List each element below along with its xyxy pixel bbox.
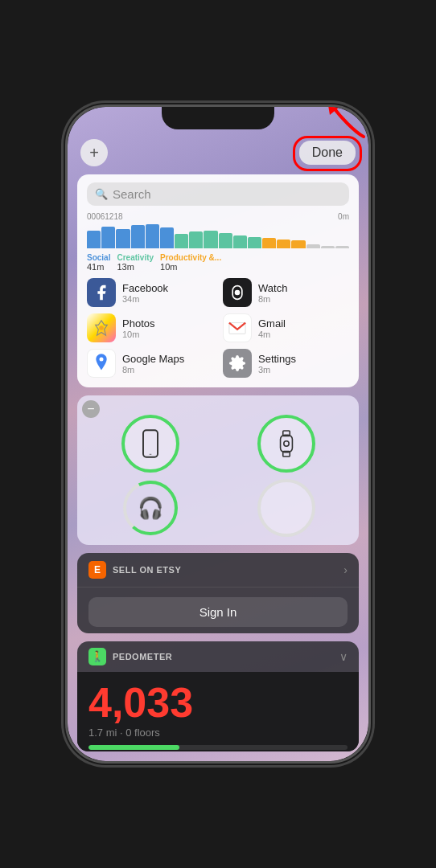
settings-name: Settings (258, 353, 296, 365)
bar-social-3 (116, 229, 130, 248)
facebook-info: Facebook 34m (122, 282, 168, 304)
cat-productivity-name: Productivity &... (160, 253, 221, 262)
settings-icon (223, 349, 252, 378)
device-grid: 🎧 (85, 403, 351, 537)
photos-name: Photos (122, 317, 154, 330)
cat-creativity: Creativity 13m (117, 253, 154, 272)
bar-other-3 (335, 246, 349, 248)
devices-widget: − (77, 395, 359, 545)
done-area: Done (299, 141, 356, 165)
chart-label-06: 06 (96, 212, 105, 221)
bar-social-6 (160, 227, 174, 248)
etsy-label: SELL ON ETSY (113, 565, 181, 575)
pedo-left: 🚶 PEDOMETER (88, 648, 172, 665)
airpods-circle: 🎧 (121, 479, 179, 537)
maps-icon (87, 349, 116, 378)
progress-bar-fill (88, 745, 179, 750)
watch-name: Watch (258, 282, 287, 294)
pedometer-body: 4,033 1.7 mi · 0 floors (77, 672, 359, 751)
iphone-circle (121, 415, 179, 473)
device-watch[interactable] (221, 415, 351, 473)
phone-inner: + Done 🔍 Search (68, 107, 368, 761)
etsy-left: E SELL ON ETSY (88, 561, 181, 579)
bar-social-2 (101, 227, 115, 248)
bar-other-1 (306, 244, 320, 248)
bar-social-4 (131, 225, 145, 248)
app-item-settings[interactable]: Settings 3m (223, 349, 349, 378)
airpods-emoji: 🎧 (138, 496, 163, 521)
watch-app-icon (223, 278, 252, 307)
etsy-widget: E SELL ON ETSY › Sign In (77, 553, 359, 633)
bar-creativity-4 (219, 233, 232, 248)
watch-circle (257, 415, 315, 473)
etsy-header[interactable]: E SELL ON ETSY › (77, 553, 359, 588)
settings-info: Settings 3m (258, 353, 296, 375)
arrow-pointing-done (323, 107, 368, 141)
pedometer-badge: 🚶 (88, 648, 106, 665)
app-list: Facebook 34m Watch 8m (87, 278, 349, 378)
step-detail: 1.7 mi · 0 floors (88, 727, 348, 739)
app-item-maps[interactable]: Google Maps 8m (87, 349, 213, 378)
svg-rect-7 (143, 430, 158, 457)
remove-widget-button[interactable]: − (82, 400, 100, 418)
bar-prod-3 (291, 240, 305, 248)
device-empty (221, 479, 351, 537)
notch (162, 107, 274, 129)
maps-info: Google Maps 8m (122, 353, 184, 375)
bar-prod-2 (277, 240, 290, 248)
facebook-name: Facebook (122, 282, 168, 294)
phone-frame: + Done 🔍 Search (65, 104, 371, 764)
app-item-watch[interactable]: Watch 8m (223, 278, 349, 307)
app-item-facebook[interactable]: Facebook 34m (87, 278, 213, 307)
cat-creativity-time: 13m (117, 262, 154, 272)
add-widget-button[interactable]: + (80, 139, 108, 166)
step-count: 4,033 (88, 682, 348, 723)
pedometer-label: PEDOMETER (113, 652, 172, 661)
bar-social-1 (87, 231, 101, 248)
progress-bar (88, 745, 348, 750)
done-highlight-circle (293, 136, 362, 171)
cat-social-time: 41m (87, 262, 110, 272)
search-bar[interactable]: 🔍 Search (87, 182, 349, 206)
svg-point-6 (100, 358, 104, 362)
device-airpods[interactable]: 🎧 (85, 479, 215, 537)
category-labels: Social 41m Creativity 13m Productivity &… (87, 253, 349, 272)
bar-creativity-6 (248, 237, 261, 248)
pedometer-widget: 🚶 PEDOMETER ∨ 4,033 1.7 mi · 0 floors (77, 641, 359, 751)
bar-creativity-1 (175, 234, 188, 248)
settings-time: 3m (258, 365, 296, 375)
search-icon: 🔍 (95, 188, 108, 200)
bar-creativity-2 (189, 231, 203, 248)
app-item-gmail[interactable]: Gmail 4m (223, 313, 349, 342)
device-iphone[interactable] (85, 415, 215, 473)
etsy-chevron-icon: › (343, 563, 348, 576)
screen-time-widget: 🔍 Search 00 06 12 18 0m (77, 174, 359, 387)
svg-rect-9 (280, 435, 292, 452)
chart-labels: 00 06 12 18 0m (87, 212, 349, 221)
bar-creativity-3 (204, 231, 217, 248)
chart-label-12: 12 (105, 212, 113, 221)
gmail-icon (223, 313, 252, 342)
photos-icon (87, 313, 116, 342)
bar-other-2 (321, 246, 335, 248)
watch-info: Watch 8m (258, 282, 287, 304)
cat-social-name: Social (87, 253, 110, 262)
facebook-time: 34m (122, 294, 168, 304)
top-bar: + Done (77, 139, 359, 166)
chart-label-0m: 0m (123, 212, 350, 221)
photos-info: Photos 10m (122, 317, 154, 339)
svg-point-5 (99, 326, 104, 330)
facebook-icon (87, 278, 116, 307)
gmail-info: Gmail 4m (258, 317, 286, 339)
chart-label-00: 00 (87, 212, 96, 221)
watch-time: 8m (258, 294, 287, 304)
sign-in-button[interactable]: Sign In (88, 597, 348, 627)
bar-prod-1 (262, 238, 276, 248)
usage-chart: 00 06 12 18 0m (87, 212, 349, 248)
gmail-time: 4m (258, 330, 286, 339)
pedometer-header[interactable]: 🚶 PEDOMETER ∨ (77, 641, 359, 672)
bar-social-5 (146, 224, 159, 248)
svg-point-12 (283, 441, 288, 446)
app-item-photos[interactable]: Photos 10m (87, 313, 213, 342)
pedometer-chevron-icon: ∨ (339, 650, 348, 663)
